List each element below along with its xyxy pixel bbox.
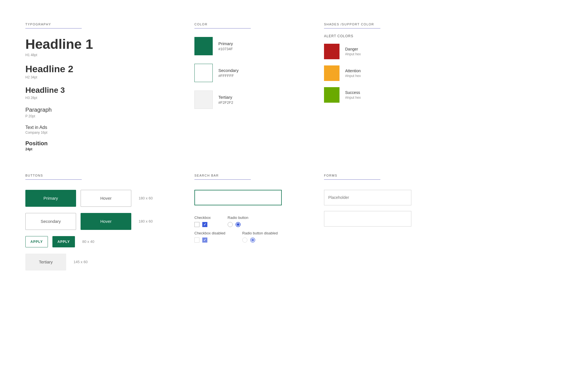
- radio-disabled-items: [242, 238, 278, 243]
- color-section: COLOR Primary #10734F Secondary #FFFFFF: [194, 23, 301, 151]
- apply-filled-button[interactable]: APPLY: [52, 236, 75, 247]
- tertiary-color-name: Tertiary: [218, 95, 233, 100]
- attention-name: Attention: [345, 69, 361, 73]
- checkbox-label: Checkbox: [194, 216, 211, 220]
- radio-disabled-unchecked[interactable]: [242, 238, 247, 243]
- shades-label: SHADES /SUPPORT COLOR: [324, 23, 431, 26]
- form-input-placeholder[interactable]: [324, 190, 411, 205]
- primary-button[interactable]: Primary: [25, 190, 76, 207]
- radio-group: Radio button: [228, 216, 248, 227]
- btn-size-180x60-2: 180 x 60: [139, 219, 153, 223]
- btn-row-tertiary: Tertiary 145 x 60: [25, 254, 172, 271]
- form-input-empty[interactable]: [324, 211, 411, 227]
- h3-sample: Headline 3: [25, 86, 172, 95]
- checkbox-disabled-items: [194, 238, 225, 243]
- tertiary-swatch: [194, 91, 213, 109]
- hover-button-1[interactable]: Hover: [81, 190, 131, 207]
- primary-color-hex: #10734F: [218, 47, 233, 51]
- h1-sample: Headline 1: [25, 37, 172, 52]
- searchbar-section: SEARCH BAR Checkbox Radio button: [194, 174, 301, 277]
- success-hex: #input hex: [345, 96, 361, 100]
- checkbox-checked[interactable]: [202, 222, 207, 227]
- attention-swatch: [324, 65, 340, 81]
- btn-size-145x60: 145 x 60: [74, 260, 88, 264]
- typography-section: TYPOGRAPHY Headline 1 H1 48pt Headline 2…: [25, 23, 172, 151]
- radio-disabled-label: Radio button disabled: [242, 231, 278, 235]
- h2-label: H2 34pt: [25, 75, 172, 79]
- h1-label: H1 48pt: [25, 53, 172, 57]
- checkbox-unchecked[interactable]: [194, 222, 199, 227]
- alert-colors-label: ALERT COLORS: [324, 34, 431, 38]
- tertiary-color-hex: #F2F2F2: [218, 100, 233, 105]
- attention-hex: #input hex: [345, 74, 361, 78]
- success-swatch: [324, 87, 340, 103]
- radio-disabled-group: Radio button disabled: [242, 231, 278, 243]
- secondary-color-hex: #FFFFFF: [218, 74, 239, 78]
- paragraph-sample: Paragraph: [25, 107, 172, 113]
- tertiary-button[interactable]: Tertiary: [25, 254, 66, 271]
- alert-item-danger: Danger #input hex: [324, 44, 431, 59]
- color-item-secondary: Secondary #FFFFFF: [194, 64, 301, 82]
- radio-items: [228, 222, 248, 227]
- position-sample: Position: [25, 140, 172, 147]
- checkbox-group: Checkbox: [194, 216, 211, 227]
- checkbox-disabled-checked[interactable]: [202, 238, 207, 243]
- radio-label: Radio button: [228, 216, 248, 220]
- primary-color-name: Primary: [218, 41, 233, 46]
- radio-checked[interactable]: [236, 222, 241, 227]
- buttons-label: BUTTONS: [25, 174, 172, 177]
- apply-outline-button[interactable]: APPLY: [25, 236, 48, 247]
- paragraph-label: P 20pt: [25, 114, 172, 118]
- text-in-ads-sample: Text in Ads: [25, 125, 172, 130]
- color-label: COLOR: [194, 23, 301, 26]
- danger-hex: #input hex: [345, 52, 361, 56]
- danger-name: Danger: [345, 47, 361, 51]
- secondary-button[interactable]: Secondary: [25, 213, 76, 230]
- btn-row-apply: APPLY APPLY 80 x 40: [25, 236, 172, 247]
- btn-size-180x60: 180 x 60: [139, 196, 153, 200]
- secondary-swatch: [194, 64, 213, 82]
- forms-label: FORMS: [324, 174, 431, 177]
- alert-item-attention: Attention #input hex: [324, 65, 431, 81]
- color-item-tertiary: Tertiary #F2F2F2: [194, 91, 301, 109]
- danger-swatch: [324, 44, 340, 59]
- h3-label: H3 28pt: [25, 96, 172, 100]
- success-name: Success: [345, 90, 361, 95]
- checkbox-disabled-unchecked[interactable]: [194, 238, 199, 243]
- checkbox-items: [194, 222, 211, 227]
- forms-section: FORMS: [324, 174, 431, 277]
- radio-unchecked[interactable]: [228, 222, 233, 227]
- h2-sample: Headline 2: [25, 64, 172, 74]
- text-in-ads-sublabel: Company 16pt: [25, 131, 172, 135]
- btn-row-primary: Primary Hover 180 x 60: [25, 190, 172, 207]
- checkbox-radio-section: Checkbox Radio button: [194, 216, 301, 243]
- btn-size-80x40: 80 x 40: [82, 239, 94, 244]
- shades-section: SHADES /SUPPORT COLOR ALERT COLORS Dange…: [324, 23, 431, 151]
- color-item-primary: Primary #10734F: [194, 37, 301, 55]
- search-input[interactable]: [194, 190, 282, 205]
- searchbar-label: SEARCH BAR: [194, 174, 301, 177]
- alert-item-success: Success #input hex: [324, 87, 431, 103]
- checkbox-disabled-label: Checkbox disabled: [194, 231, 225, 235]
- hover-button-2[interactable]: Hover: [81, 213, 131, 230]
- btn-row-secondary: Secondary Hover 180 x 60: [25, 213, 172, 230]
- cb-row-disabled: Checkbox disabled Radio button disabled: [194, 231, 301, 243]
- cb-row-active: Checkbox Radio button: [194, 216, 301, 227]
- typography-label: TYPOGRAPHY: [25, 23, 172, 26]
- buttons-section: BUTTONS Primary Hover 180 x 60 Secondary…: [25, 174, 172, 277]
- primary-swatch: [194, 37, 213, 55]
- secondary-color-name: Secondary: [218, 68, 239, 73]
- radio-disabled-checked[interactable]: [250, 238, 255, 243]
- checkbox-disabled-group: Checkbox disabled: [194, 231, 225, 243]
- position-sublabel: 24pt: [25, 147, 172, 151]
